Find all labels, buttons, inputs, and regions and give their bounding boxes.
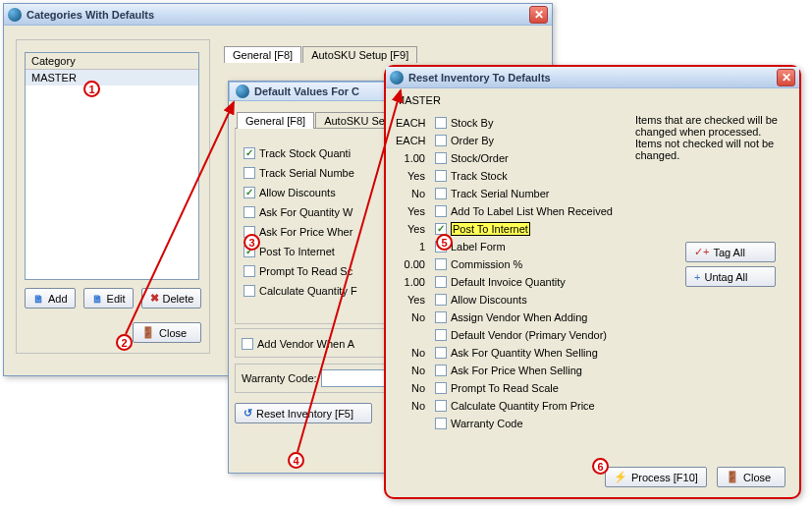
annotation-5: 5 — [436, 234, 453, 251]
untag-all-button[interactable]: + Untag All — [685, 266, 776, 287]
list-header: Category — [26, 53, 198, 70]
row-value: EACH — [396, 117, 431, 129]
option-checkbox[interactable] — [244, 167, 255, 179]
row-checkbox[interactable] — [435, 294, 447, 306]
reset-row: Warranty Code — [396, 415, 789, 431]
row-value: No — [396, 400, 431, 412]
close-button[interactable]: 🚪 Close — [133, 322, 201, 343]
close-label: Close — [743, 472, 771, 483]
tab-autosku[interactable]: AutoSKU Setup [F9] — [302, 46, 417, 63]
warranty-label: Warranty Code: — [242, 372, 317, 384]
info-text: Items that are checked will be changed w… — [635, 114, 787, 161]
plus-icon: + — [694, 271, 700, 283]
row-label: Ask For Quantity When Selling — [451, 347, 598, 359]
list-buttons: 🗎 Add 🗎 Edit ✖ Delete — [25, 288, 201, 309]
add-vendor-checkbox[interactable] — [242, 338, 253, 350]
row-label: Default Vendor (Primary Vendor) — [451, 329, 607, 341]
process-button[interactable]: ⚡ Process [F10] — [605, 467, 707, 487]
row-value: No — [396, 188, 431, 199]
row-label: Default Invoice Quantity — [451, 276, 566, 288]
row-value: Yes — [396, 205, 431, 217]
option-label: Track Stock Quanti — [259, 147, 351, 159]
row-value: 1.00 — [396, 152, 431, 164]
add-button[interactable]: 🗎 Add — [25, 288, 76, 309]
tag-all-button[interactable]: ✓+ Tag All — [685, 242, 776, 262]
window-title: Categories With Defaults — [27, 9, 154, 21]
row-checkbox[interactable] — [435, 276, 447, 288]
row-checkbox[interactable] — [435, 117, 447, 129]
row-value: No — [396, 365, 431, 376]
option-label: Calculate Quantity F — [259, 285, 357, 297]
row-checkbox[interactable] — [435, 170, 447, 182]
close-icon[interactable]: ✕ — [777, 69, 795, 86]
option-label: Track Serial Numbe — [259, 167, 354, 179]
option-checkbox[interactable] — [244, 285, 255, 297]
row-value: No — [396, 311, 431, 323]
close-button[interactable]: 🚪 Close — [717, 467, 785, 487]
row-label: Assign Vendor When Adding — [451, 311, 587, 323]
row-label: Prompt To Read Scale — [451, 382, 559, 394]
row-checkbox[interactable] — [435, 258, 447, 270]
row-label: Label Form — [451, 241, 506, 253]
row-checkbox[interactable] — [435, 135, 447, 146]
option-label: Allow Discounts — [259, 187, 336, 198]
row-label: Stock/Order — [451, 152, 509, 164]
lightning-icon: ⚡ — [614, 471, 627, 483]
option-checkbox[interactable] — [244, 187, 255, 198]
tabs: General [F8] AutoSKU Setup [F9] — [224, 45, 552, 62]
door-icon: 🚪 — [726, 471, 739, 483]
add-label: Add — [48, 293, 68, 305]
reset-row: YesAllow Discounts — [396, 291, 789, 308]
category-list[interactable]: Category MASTER — [25, 52, 199, 280]
row-checkbox[interactable] — [435, 152, 447, 164]
add-vendor-label: Add Vendor When A — [257, 338, 354, 350]
tab-general[interactable]: General [F8] — [237, 112, 314, 129]
row-checkbox[interactable] — [435, 382, 447, 394]
add-icon: 🗎 — [33, 293, 44, 305]
process-label: Process [F10] — [631, 472, 698, 483]
annotation-1: 1 — [83, 81, 100, 97]
edit-button[interactable]: 🗎 Edit — [83, 288, 134, 309]
annotation-4: 4 — [288, 452, 304, 469]
reset-row: NoCalculate Quantity From Price — [396, 397, 789, 414]
close-icon[interactable]: ✕ — [529, 6, 548, 24]
row-label: Post To Internet — [451, 222, 530, 236]
row-label: Allow Discounts — [451, 294, 527, 306]
door-icon: 🚪 — [141, 326, 155, 339]
reset-row: NoPrompt To Read Scale — [396, 379, 789, 396]
option-checkbox[interactable] — [244, 147, 255, 159]
row-checkbox[interactable] — [435, 400, 447, 412]
row-label: Calculate Quantity From Price — [451, 400, 595, 412]
row-checkbox[interactable] — [435, 188, 447, 199]
tab-general[interactable]: General [F8] — [224, 46, 301, 63]
row-checkbox[interactable] — [435, 311, 447, 323]
row-checkbox[interactable] — [435, 329, 447, 341]
row-label: Order By — [451, 135, 494, 146]
row-checkbox[interactable] — [435, 205, 447, 217]
row-value: No — [396, 382, 431, 394]
option-checkbox[interactable] — [244, 206, 255, 218]
row-label: Warranty Code — [451, 418, 523, 429]
row-label: Ask For Price When Selling — [451, 365, 582, 376]
row-value: No — [396, 347, 431, 359]
category-group: Category MASTER 🗎 Add 🗎 Edit ✖ Delete 🚪 … — [16, 39, 210, 354]
delete-button[interactable]: ✖ Delete — [141, 288, 201, 309]
annotation-3: 3 — [244, 234, 260, 251]
row-checkbox[interactable] — [435, 365, 447, 376]
edit-label: Edit — [107, 293, 126, 305]
row-checkbox[interactable] — [435, 223, 447, 235]
titlebar: Reset Inventory To Defaults ✕ — [386, 67, 799, 88]
titlebar: Categories With Defaults ✕ — [4, 4, 552, 26]
app-icon — [236, 84, 249, 98]
option-label: Post To Internet — [259, 246, 335, 257]
option-checkbox[interactable] — [244, 265, 255, 277]
reset-row: NoAssign Vendor When Adding — [396, 309, 789, 325]
row-value: 0.00 — [396, 258, 431, 270]
list-item[interactable]: MASTER — [26, 70, 198, 85]
row-checkbox[interactable] — [435, 418, 447, 429]
master-label: MASTER — [386, 88, 799, 108]
reset-inventory-button[interactable]: ↺ Reset Inventory [F5] — [235, 403, 372, 423]
row-label: Add To Label List When Received — [451, 205, 613, 217]
check-plus-icon: ✓+ — [694, 246, 709, 258]
row-checkbox[interactable] — [435, 347, 447, 359]
